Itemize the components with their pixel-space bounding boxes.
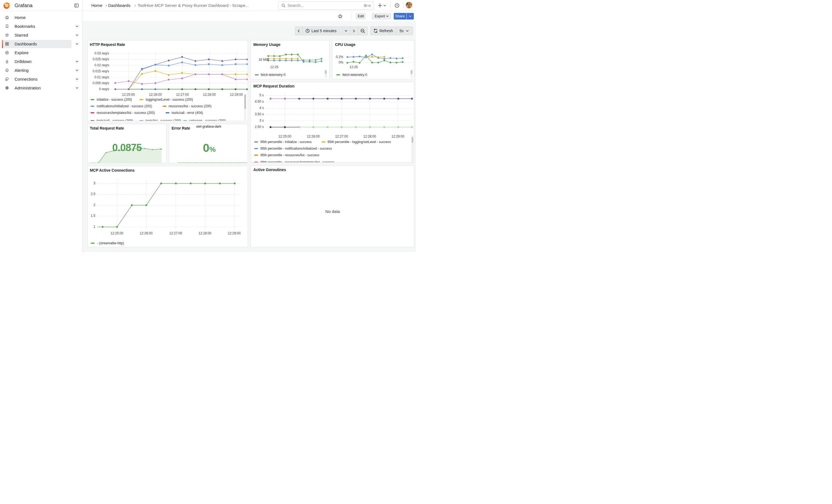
- svg-text:?: ?: [396, 4, 398, 7]
